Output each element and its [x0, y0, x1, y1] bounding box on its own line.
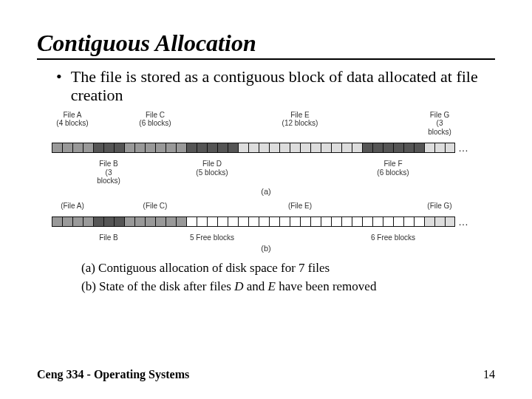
file-label-top: File E(12 blocks) — [238, 111, 362, 137]
disk-block — [93, 216, 103, 227]
disk-block — [124, 216, 134, 227]
disk-block — [248, 216, 259, 227]
disk-block — [414, 216, 424, 227]
disk-block — [403, 143, 414, 153]
brace: ⏟ — [186, 154, 238, 157]
disk-block — [176, 216, 186, 227]
brace: ⏟ — [186, 228, 238, 231]
brace: ⏟ — [124, 137, 186, 140]
brace: ⏟ — [52, 137, 93, 140]
brace: ⏟ — [124, 211, 186, 214]
disk-block — [197, 216, 207, 227]
disk-block — [166, 216, 176, 227]
captions: (a) Contiguous allocation of disk space … — [81, 259, 495, 296]
disk-block — [52, 143, 62, 153]
disk-block — [176, 143, 186, 153]
disk-block — [269, 216, 279, 227]
disk-block — [238, 143, 248, 153]
disk-block — [134, 216, 145, 227]
disk-block — [372, 143, 383, 153]
disk-block — [434, 216, 445, 227]
disk-block — [290, 143, 300, 153]
disk-block — [403, 216, 414, 227]
disk-block — [114, 216, 124, 227]
disk-block — [145, 216, 155, 227]
file-label-bottom: 5 Free blocks — [186, 233, 238, 242]
brace: ⏟ — [424, 211, 455, 214]
disk-block — [290, 216, 300, 227]
disk-block — [186, 216, 197, 227]
disk-block — [62, 216, 72, 227]
file-label-top: File G(3 blocks) — [424, 111, 455, 137]
disk-block — [310, 216, 321, 227]
page-title: Contiguous Allocation — [37, 30, 495, 60]
disk-block — [372, 216, 383, 227]
disk-block — [197, 143, 207, 153]
disk-block — [62, 143, 72, 153]
caption-a: (a) Contiguous allocation of disk space … — [81, 259, 495, 278]
file-label-top: (File C) — [124, 202, 186, 211]
disk-block — [145, 143, 155, 153]
disk-block — [259, 143, 269, 153]
disk-block — [414, 143, 424, 153]
brace: ⏟ — [424, 137, 455, 140]
file-label-bottom: File B — [93, 233, 124, 242]
disk-block — [124, 143, 134, 153]
diagram-a: File A(4 blocks)File C(6 blocks)File E(1… — [52, 111, 480, 196]
disk-block — [228, 216, 238, 227]
disk-block — [279, 143, 290, 153]
disk-block — [321, 143, 331, 153]
bullet-text: The file is stored as a contiguous block… — [71, 67, 495, 105]
disk-block — [72, 143, 83, 153]
brace: ⏟ — [52, 211, 93, 214]
ellipsis: … — [458, 218, 470, 225]
brace: ⏟ — [93, 154, 124, 157]
disk-block — [300, 216, 310, 227]
disk-block — [310, 143, 321, 153]
disk-block — [352, 143, 362, 153]
file-label-top: (File A) — [52, 202, 93, 211]
disk-block — [362, 143, 372, 153]
disk-block — [445, 143, 455, 153]
disk-block — [93, 143, 103, 153]
disk-block — [248, 143, 259, 153]
disk-block — [300, 143, 310, 153]
disk-block — [166, 143, 176, 153]
disk-block — [393, 143, 403, 153]
disk-block — [445, 216, 455, 227]
disk-block — [393, 216, 403, 227]
disk-block — [207, 143, 217, 153]
diagram-b-label: (b) — [52, 244, 480, 253]
brace: ⏟ — [362, 154, 424, 157]
disk-block — [259, 216, 269, 227]
disk-block — [331, 143, 341, 153]
disk-block — [134, 143, 145, 153]
brace: ⏟ — [93, 228, 124, 231]
file-label-bottom: File F(6 blocks) — [362, 160, 424, 185]
disk-block — [228, 143, 238, 153]
brace: ⏟ — [238, 137, 362, 140]
disk-block — [331, 216, 341, 227]
disk-block — [424, 216, 434, 227]
disk-block — [269, 143, 279, 153]
bullet-item: • The file is stored as a contiguous blo… — [56, 67, 495, 105]
brace: ⏟ — [362, 228, 424, 231]
file-label-top: (File E) — [238, 202, 362, 211]
bullet-dot: • — [56, 67, 62, 105]
ellipsis: … — [458, 144, 470, 151]
disk-block — [434, 143, 445, 153]
disk-block — [155, 143, 166, 153]
disk-block — [103, 143, 114, 153]
disk-block — [83, 143, 93, 153]
file-label-top: File A(4 blocks) — [52, 111, 93, 137]
disk-block — [155, 216, 166, 227]
disk-block — [103, 216, 114, 227]
file-label-bottom: 6 Free blocks — [362, 233, 424, 242]
disk-block — [83, 216, 93, 227]
disk-block — [238, 216, 248, 227]
disk-block — [424, 143, 434, 153]
disk-block — [341, 216, 352, 227]
disk-block — [279, 216, 290, 227]
disk-block — [72, 216, 83, 227]
disk-block — [321, 216, 331, 227]
